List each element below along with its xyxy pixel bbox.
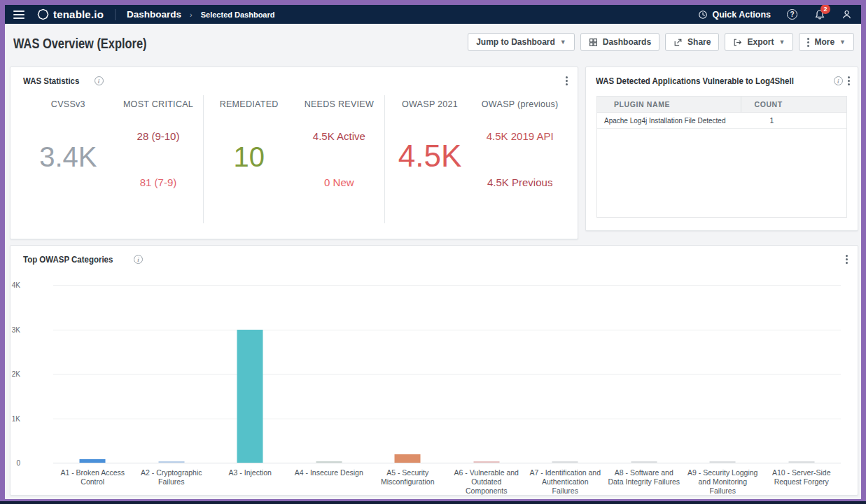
quick-actions-button[interactable]: Quick Actions	[698, 10, 771, 20]
log4shell-table: PLUGIN NAME COUNT Apache Log4j Installat…	[596, 96, 847, 218]
card-menu-kebab-icon[interactable]	[848, 76, 850, 85]
nav-right: Quick Actions ? 2	[698, 8, 853, 20]
stat-value: 3.4K	[23, 141, 113, 173]
stat-value: 81 (7-9)	[113, 176, 204, 188]
app-viewport: tenable.io Dashboards › Selected Dashboa…	[5, 5, 861, 499]
table-row[interactable]: Apache Log4j Installation File Detected …	[597, 113, 846, 129]
share-label: Share	[687, 37, 711, 47]
nav-divider	[115, 9, 116, 20]
dashboards-label: Dashboards	[603, 37, 651, 47]
page-header: WAS Overview (Explore) Jump to Dashboard…	[5, 24, 861, 62]
bar-slot	[605, 285, 684, 463]
tenable-logo[interactable]: tenable.io	[37, 8, 104, 20]
dashboards-button[interactable]: Dashboards	[580, 33, 659, 51]
more-label: More	[814, 37, 834, 47]
y-axis-tick: 3K	[5, 326, 20, 334]
tenable-logo-icon	[37, 8, 49, 20]
x-axis-label: A8 - Software and Data Integrity Failure…	[605, 468, 684, 496]
stat-label: OWASP (previous)	[475, 99, 565, 109]
jump-to-dashboard-label: Jump to Dashboard	[476, 37, 555, 47]
card-menu-kebab-icon[interactable]	[566, 76, 568, 85]
breadcrumb-separator: ›	[190, 10, 193, 19]
top-owasp-categories-card: Top OWASP Categories i 4K3K2K1K0 A1 - Br…	[10, 245, 858, 496]
bar-chart: 4K3K2K1K0 A1 - Broken Access ControlA2 -…	[11, 246, 858, 495]
bar-a5[interactable]	[395, 454, 421, 463]
bar-a4[interactable]	[316, 461, 342, 463]
stat-remediated: REMEDIATED 10	[203, 95, 294, 223]
stat-label: MOST CRITICAL	[113, 99, 204, 109]
notifications-button[interactable]: 2	[813, 8, 825, 20]
notification-badge: 2	[820, 5, 830, 14]
clock-icon	[698, 10, 708, 20]
info-icon[interactable]: i	[834, 76, 843, 85]
stat-label: OWASP 2021	[385, 99, 475, 109]
chevron-down-icon: ▼	[560, 38, 566, 46]
stat-owasp-2021: OWASP 2021 4.5K	[384, 95, 475, 223]
kebab-icon	[807, 38, 809, 47]
x-axis-label: A3 - Injection	[211, 468, 290, 496]
bar-a3[interactable]	[237, 330, 263, 463]
jump-to-dashboard-button[interactable]: Jump to Dashboard ▼	[468, 33, 575, 51]
bar-a9[interactable]	[710, 461, 736, 463]
bar-slot	[762, 285, 841, 463]
chart-bars	[53, 285, 841, 463]
bar-a2[interactable]	[158, 461, 184, 463]
bar-a7[interactable]	[552, 461, 578, 463]
bar-slot	[211, 285, 290, 463]
was-statistics-title: WAS Statistics	[23, 76, 79, 86]
stat-owasp-previous: OWASP (previous) 4.5K 2019 API 4.5K Prev…	[475, 95, 565, 223]
stats-row: CVSSv3 3.4K MOST CRITICAL 28 (9-10) 81 (…	[23, 95, 565, 223]
bar-a8[interactable]	[631, 461, 657, 463]
export-label: Export	[747, 37, 774, 47]
bar-slot	[526, 285, 605, 463]
bar-a6[interactable]	[473, 461, 499, 463]
grid-icon	[589, 38, 598, 47]
stat-value: 10	[204, 141, 294, 173]
quick-actions-label: Quick Actions	[712, 10, 771, 20]
breadcrumb-selected-dashboard[interactable]: Selected Dashboard	[201, 10, 275, 19]
x-axis-label: A6 - Vulnerable and Outdated Components	[447, 468, 526, 496]
user-menu-button[interactable]	[841, 8, 853, 20]
chart-x-labels: A1 - Broken Access ControlA2 - Cryptogra…	[53, 468, 841, 496]
stat-value: 0 New	[294, 176, 384, 188]
bar-a1[interactable]	[80, 459, 106, 463]
y-axis-tick: 2K	[5, 370, 20, 378]
share-icon	[673, 38, 683, 47]
log4shell-title: WAS Detected Applications Vulnerable to …	[596, 76, 794, 86]
plugin-name-cell: Apache Log4j Installation File Detected	[597, 117, 741, 125]
stat-label: NEEDS REVIEW	[294, 99, 384, 109]
breadcrumb-dashboards[interactable]: Dashboards	[127, 9, 181, 20]
help-icon: ?	[787, 9, 797, 20]
chevron-down-icon: ▼	[839, 38, 846, 46]
share-button[interactable]: Share	[665, 33, 719, 51]
stat-label: REMEDIATED	[204, 99, 294, 109]
bar-a10[interactable]	[788, 461, 814, 463]
x-axis-label: A9 - Security Logging and Monitoring Fai…	[683, 468, 762, 496]
stat-most-critical: MOST CRITICAL 28 (9-10) 81 (7-9)	[113, 95, 204, 223]
x-axis-label: A10 - Server-Side Request Forgery	[762, 468, 841, 496]
export-icon	[733, 38, 742, 47]
more-button[interactable]: More ▼	[799, 33, 854, 51]
user-icon	[841, 9, 852, 20]
info-icon[interactable]: i	[95, 76, 104, 85]
stat-label: CVSSv3	[23, 99, 113, 109]
bar-slot	[368, 285, 447, 463]
chevron-down-icon: ▼	[778, 38, 785, 46]
stat-value: 4.5K Active	[294, 130, 384, 142]
x-axis-label: A5 - Security Misconfiguration	[368, 468, 447, 496]
y-axis-tick: 4K	[5, 281, 20, 289]
bar-slot	[447, 285, 526, 463]
x-axis-label: A4 - Insecure Design	[290, 468, 369, 496]
column-header-plugin-name[interactable]: PLUGIN NAME	[597, 97, 741, 112]
column-header-count[interactable]: COUNT	[741, 97, 846, 112]
bottom-frame-strip	[0, 501, 866, 504]
stat-value: 4.5K 2019 API	[475, 130, 565, 142]
stat-cvssv3: CVSSv3 3.4K	[23, 95, 113, 223]
hamburger-menu-icon[interactable]	[13, 10, 25, 19]
stat-needs-review: NEEDS REVIEW 4.5K Active 0 New	[294, 95, 384, 223]
export-button[interactable]: Export ▼	[725, 33, 793, 51]
help-button[interactable]: ?	[786, 8, 798, 20]
count-cell: 1	[741, 116, 846, 125]
bar-slot	[683, 285, 762, 463]
top-nav: tenable.io Dashboards › Selected Dashboa…	[5, 5, 861, 24]
